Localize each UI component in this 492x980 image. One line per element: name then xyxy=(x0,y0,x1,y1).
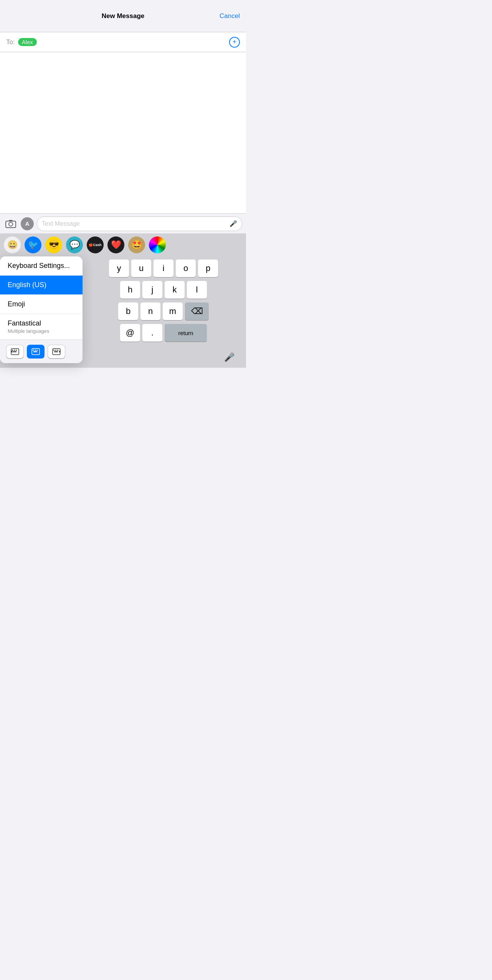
svg-rect-5 xyxy=(14,350,15,351)
keyboard-switcher xyxy=(0,340,83,363)
page-title: New Message xyxy=(102,12,145,20)
app-activity[interactable] xyxy=(149,236,166,253)
svg-point-1 xyxy=(9,222,13,226)
camera-icon xyxy=(5,219,16,228)
svg-rect-4 xyxy=(12,350,13,351)
plus-icon: + xyxy=(233,38,237,45)
add-recipient-button[interactable]: + xyxy=(229,37,240,48)
app-heart[interactable]: ❤️ xyxy=(107,236,124,253)
context-menu: Keyboard Settings... English (US) Emoji … xyxy=(0,256,83,363)
context-menu-keyboard-settings[interactable]: Keyboard Settings... xyxy=(0,256,83,276)
keyboard-center-button[interactable] xyxy=(27,345,45,359)
svg-rect-15 xyxy=(53,350,54,351)
svg-rect-13 xyxy=(33,351,37,352)
key-y[interactable]: y xyxy=(109,259,129,277)
keyboard-right-icon xyxy=(52,348,61,355)
svg-rect-11 xyxy=(35,350,36,351)
keyboard-center-icon xyxy=(31,348,40,355)
keyboard-left-icon xyxy=(11,348,19,355)
key-period[interactable]: . xyxy=(142,324,162,342)
key-p[interactable]: p xyxy=(198,259,218,277)
header: New Message Cancel xyxy=(0,0,246,32)
svg-rect-7 xyxy=(13,351,17,352)
key-row-1: y u i o p xyxy=(83,259,244,277)
svg-rect-2 xyxy=(9,220,13,221)
key-n[interactable]: n xyxy=(140,302,160,320)
keyboard-container: Keyboard Settings... English (US) Emoji … xyxy=(0,256,246,368)
to-label: To: xyxy=(6,38,15,46)
app-teal[interactable]: 💬 xyxy=(66,236,83,253)
svg-rect-10 xyxy=(33,350,34,351)
key-u[interactable]: u xyxy=(131,259,151,277)
context-menu-english-us[interactable]: English (US) xyxy=(0,276,83,295)
key-delete[interactable]: ⌫ xyxy=(185,302,209,320)
key-row-4: @ . return xyxy=(83,324,244,342)
mic-icon[interactable]: 🎤 xyxy=(229,220,237,227)
svg-rect-6 xyxy=(16,350,17,351)
app-emoji-face[interactable]: 😎 xyxy=(45,236,62,253)
svg-rect-18 xyxy=(54,351,58,352)
app-memoji[interactable]: 😀 xyxy=(4,236,21,253)
key-row-2: h j k l xyxy=(83,281,244,299)
message-body[interactable] xyxy=(0,52,246,213)
key-at[interactable]: @ xyxy=(120,324,140,342)
key-i[interactable]: i xyxy=(154,259,173,277)
keyboard-left-button[interactable] xyxy=(6,345,24,359)
context-menu-fantastical[interactable]: Fantastical Multiple languages xyxy=(0,314,83,340)
keyboard-right-button[interactable] xyxy=(48,345,65,359)
dictation-icon[interactable]: 🎤 xyxy=(224,352,234,362)
text-placeholder: Text Message xyxy=(42,220,80,227)
app-cash[interactable]: 🍎Cash xyxy=(87,236,104,253)
key-k[interactable]: k xyxy=(165,281,185,299)
text-message-input[interactable]: Text Message 🎤 xyxy=(37,216,242,231)
to-field: To: Alex + xyxy=(0,32,246,52)
key-return[interactable]: return xyxy=(165,324,207,342)
key-o[interactable]: o xyxy=(176,259,196,277)
recipient-chip[interactable]: Alex xyxy=(18,38,37,46)
svg-rect-16 xyxy=(55,350,56,351)
svg-rect-17 xyxy=(57,350,58,351)
cancel-button[interactable]: Cancel xyxy=(220,12,240,20)
message-toolbar: A Text Message 🎤 xyxy=(0,213,246,233)
key-m[interactable]: m xyxy=(163,302,183,320)
appstore-button[interactable]: A xyxy=(21,217,34,230)
app-strip: 😀 🐦 😎 💬 🍎Cash ❤️ 🤩 xyxy=(0,233,246,256)
key-j[interactable]: j xyxy=(142,281,162,299)
appstore-icon: A xyxy=(25,220,30,227)
key-h[interactable]: h xyxy=(120,281,140,299)
app-twitter[interactable]: 🐦 xyxy=(25,236,41,253)
context-menu-emoji[interactable]: Emoji xyxy=(0,295,83,314)
key-b[interactable]: b xyxy=(118,302,138,320)
app-memoji-char[interactable]: 🤩 xyxy=(128,236,145,253)
camera-button[interactable] xyxy=(4,217,18,231)
key-l[interactable]: l xyxy=(187,281,207,299)
key-row-3: b n m ⌫ xyxy=(83,302,244,320)
svg-rect-12 xyxy=(36,350,38,351)
